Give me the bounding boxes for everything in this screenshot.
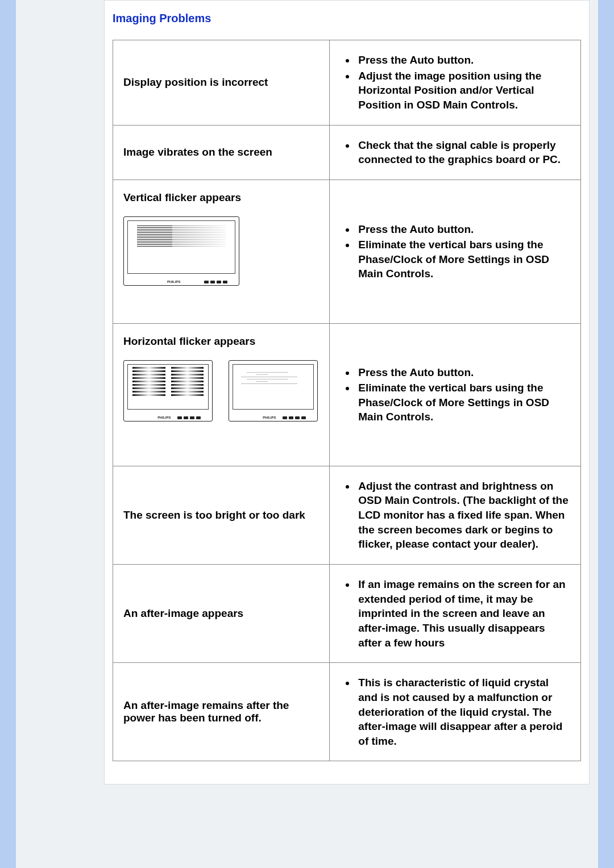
solution-cell: Check that the signal cable is properly … [330, 125, 581, 180]
problem-cell: Display position is incorrect [113, 40, 330, 126]
solution-cell: If an image remains on the screen for an… [330, 565, 581, 663]
solution-cell: Press the Auto button. Eliminate the ver… [330, 323, 581, 466]
table-row: Vertical flicker appears PHILIPS [113, 180, 581, 323]
list-item: Eliminate the vertical bars using the Ph… [356, 237, 570, 281]
troubleshooting-table: Display position is incorrect Press the … [113, 40, 581, 761]
list-item: Adjust the contrast and brightness on OS… [356, 479, 570, 552]
troubleshooting-card: Imaging Problems Display position is inc… [104, 0, 590, 784]
monitor-illustration-icon: PHILIPS [123, 216, 239, 286]
list-item: Press the Auto button. [356, 53, 570, 68]
list-item: If an image remains on the screen for an… [356, 577, 570, 650]
solution-cell: Adjust the contrast and brightness on OS… [330, 466, 581, 564]
solution-cell: Press the Auto button. Adjust the image … [330, 40, 581, 126]
list-item: Adjust the image position using the Hori… [356, 69, 570, 112]
table-row: An after-image appears If an image remai… [113, 565, 581, 663]
table-row: An after-image remains after the power h… [113, 663, 581, 761]
problem-cell: An after-image remains after the power h… [113, 663, 330, 761]
table-row: Horizontal flicker appears PHILIPS [113, 323, 581, 466]
section-title: Imaging Problems [113, 12, 581, 25]
list-item: This is characteristic of liquid crystal… [356, 675, 570, 748]
monitor-illustration-icon: PHILIPS [229, 360, 318, 422]
list-item: Check that the signal cable is properly … [356, 138, 570, 167]
list-item: Press the Auto button. [356, 222, 570, 237]
table-row: The screen is too bright or too dark Adj… [113, 466, 581, 564]
table-row: Image vibrates on the screen Check that … [113, 125, 581, 180]
table-row: Display position is incorrect Press the … [113, 40, 581, 126]
problem-cell: Horizontal flicker appears PHILIPS [113, 323, 330, 466]
list-item: Eliminate the vertical bars using the Ph… [356, 381, 570, 424]
problem-cell: Image vibrates on the screen [113, 125, 330, 180]
solution-cell: Press the Auto button. Eliminate the ver… [330, 180, 581, 323]
problem-cell: An after-image appears [113, 565, 330, 663]
monitor-illustration-icon: PHILIPS [123, 360, 213, 422]
problem-cell: Vertical flicker appears PHILIPS [113, 180, 330, 323]
problem-cell: The screen is too bright or too dark [113, 466, 330, 564]
solution-cell: This is characteristic of liquid crystal… [330, 663, 581, 761]
list-item: Press the Auto button. [356, 365, 570, 380]
